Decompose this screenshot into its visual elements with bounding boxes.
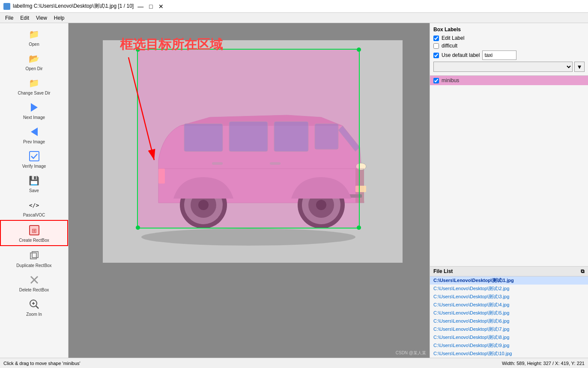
bbox-corner-br[interactable] [357, 226, 361, 230]
sidebar-item-pascal-voc[interactable]: </> PascalVOC [0, 196, 68, 220]
sidebar-item-open[interactable]: 📁 Open [0, 25, 68, 49]
change-dir-icon: 📁 [27, 76, 41, 90]
sidebar: 📁 Open 📂 Open Dir 📁 Change Save Dir Next… [0, 23, 69, 358]
bbox-corner-bl[interactable] [136, 226, 140, 230]
canvas-area[interactable]: 框选目标所在区域 [69, 23, 430, 358]
change-save-dir-label: Change Save Dir [18, 91, 50, 95]
sidebar-item-verify-image[interactable]: Verify Image [0, 147, 68, 171]
file-list-item-2[interactable]: C:\Users\Lenovo\Desktop\测试\2.jpg [430, 285, 588, 293]
verify-image-label: Verify Image [22, 164, 46, 169]
file-list-title: File List [433, 268, 453, 274]
maximize-button[interactable]: □ [146, 2, 155, 11]
svg-point-16 [141, 229, 355, 246]
sidebar-item-duplicate-rectbox[interactable]: Duplicate RectBox [0, 246, 68, 270]
file-list-item-3[interactable]: C:\Users\Lenovo\Desktop\测试\3.jpg [430, 293, 588, 301]
label-dropdown-row: ▼ [433, 62, 585, 72]
delete-icon [27, 273, 41, 287]
sidebar-item-zoom-in[interactable]: Zoom In [0, 295, 68, 319]
file-list-collapse-icon[interactable]: ⧉ [581, 268, 585, 274]
annotation-arrow [103, 53, 188, 173]
file-list-items: C:\Users\Lenovo\Desktop\测试\1.jpg C:\User… [430, 276, 588, 358]
save-icon: 💾 [27, 174, 41, 187]
difficult-row: difficult [433, 43, 585, 49]
file-list-header: File List ⧉ [430, 267, 588, 276]
status-dimensions: Width: 589, Height: 327 / X: 419, Y: 221 [502, 361, 585, 366]
create-rectbox-label: Create RectBox [19, 238, 49, 243]
use-default-label-checkbox[interactable] [433, 53, 439, 58]
arrow-right-icon [27, 101, 41, 114]
code-icon: </> [27, 198, 41, 212]
pascal-voc-label: PascalVOC [23, 213, 45, 217]
annotation-text: 框选目标所在区域 [120, 36, 223, 53]
default-label-input[interactable] [482, 50, 516, 60]
file-list-section: File List ⧉ C:\Users\Lenovo\Desktop\测试\1… [430, 266, 588, 358]
sidebar-item-create-rectbox[interactable]: ⊞ Create RectBox [0, 220, 68, 246]
menu-help[interactable]: Help [51, 14, 68, 22]
svg-rect-2 [30, 151, 39, 161]
svg-text:⊞: ⊞ [32, 227, 37, 234]
delete-rectbox-label: Delete RectBox [19, 288, 49, 292]
open-label: Open [29, 42, 39, 47]
use-default-label-text: Use default label [442, 52, 480, 58]
svg-line-10 [36, 306, 39, 309]
file-list-item-9[interactable]: C:\Users\Lenovo\Desktop\测试\9.jpg [430, 341, 588, 350]
rectbox-icon: ⊞ [27, 223, 41, 237]
status-message: Click & drag to move shape 'minibus' [3, 361, 81, 366]
arrow-left-icon [27, 125, 41, 139]
menu-edit[interactable]: Edit [17, 14, 33, 22]
dropdown-arrow-btn[interactable]: ▼ [574, 62, 585, 72]
folder-open-icon: 📂 [27, 52, 41, 65]
svg-marker-1 [31, 128, 38, 136]
open-dir-label: Open Dir [25, 66, 42, 71]
title-bar: labelImg C:\Users\Lenovo\Desktop\测试\1.jp… [0, 0, 588, 13]
sidebar-item-delete-rectbox[interactable]: Delete RectBox [0, 270, 68, 295]
menu-file[interactable]: File [2, 14, 17, 22]
bbox-corner-tr[interactable] [357, 47, 361, 52]
sidebar-item-open-dir[interactable]: 📂 Open Dir [0, 49, 68, 74]
title-text: labelImg C:\Users\Lenovo\Desktop\测试\1.jp… [13, 3, 134, 10]
box-labels-title: Box Labels [433, 27, 585, 33]
difficult-checkbox[interactable] [433, 43, 439, 49]
right-panel: Box Labels Edit Label difficult Use defa… [430, 23, 588, 358]
sidebar-item-change-save-dir[interactable]: 📁 Change Save Dir [0, 74, 68, 98]
edit-label-row: Edit Label [433, 35, 585, 41]
svg-marker-0 [31, 103, 38, 112]
box-labels-section: Box Labels Edit Label difficult Use defa… [430, 23, 588, 76]
folder-icon: 📁 [27, 27, 41, 41]
menu-bar: File Edit View Help [0, 13, 588, 23]
watermark: CSDN @某人某 [396, 350, 426, 356]
close-button[interactable]: ✕ [157, 2, 165, 11]
status-bar: Click & drag to move shape 'minibus' Wid… [0, 358, 588, 368]
app-icon [3, 3, 10, 10]
minimize-button[interactable]: — [136, 2, 145, 11]
check-icon [27, 149, 41, 163]
zoom-icon [27, 297, 41, 311]
edit-label-text: Edit Label [442, 35, 464, 41]
canvas-content: 框选目标所在区域 [69, 23, 430, 358]
label-list: minibus [430, 76, 588, 266]
label-dropdown[interactable] [433, 62, 573, 72]
next-image-label: Next Image [23, 115, 45, 120]
file-list-item-7[interactable]: C:\Users\Lenovo\Desktop\测试\7.jpg [430, 325, 588, 333]
file-list-item-10[interactable]: C:\Users\Lenovo\Desktop\测试\10.jpg [430, 350, 588, 358]
save-label: Save [29, 188, 39, 193]
menu-view[interactable]: View [33, 14, 51, 22]
sidebar-item-prev-image[interactable]: Prev Image [0, 122, 68, 147]
label-checkbox-minibus[interactable] [433, 78, 439, 83]
sidebar-item-save[interactable]: 💾 Save [0, 171, 68, 196]
label-list-item-minibus[interactable]: minibus [430, 76, 588, 85]
duplicate-rectbox-label: Duplicate RectBox [16, 263, 51, 268]
duplicate-icon [27, 249, 41, 262]
file-list-item-5[interactable]: C:\Users\Lenovo\Desktop\测试\5.jpg [430, 309, 588, 317]
sidebar-item-next-image[interactable]: Next Image [0, 98, 68, 122]
file-list-item-4[interactable]: C:\Users\Lenovo\Desktop\测试\4.jpg [430, 301, 588, 309]
file-list-item-1[interactable]: C:\Users\Lenovo\Desktop\测试\1.jpg [430, 276, 588, 285]
edit-label-checkbox[interactable] [433, 36, 439, 41]
window-controls: — □ ✕ [136, 2, 165, 11]
label-text-minibus: minibus [442, 77, 459, 83]
use-default-label-row: Use default label [433, 50, 585, 60]
file-list-item-6[interactable]: C:\Users\Lenovo\Desktop\测试\6.jpg [430, 317, 588, 325]
difficult-text: difficult [442, 43, 457, 49]
svg-line-14 [128, 57, 154, 160]
file-list-item-8[interactable]: C:\Users\Lenovo\Desktop\测试\8.jpg [430, 333, 588, 341]
